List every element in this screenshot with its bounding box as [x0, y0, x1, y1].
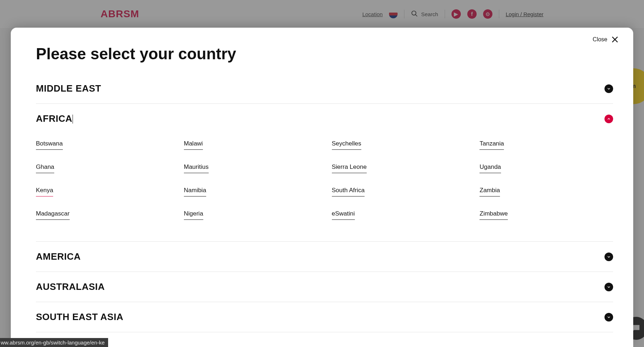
chevron-down-icon — [604, 313, 613, 321]
country-south-africa[interactable]: South Africa — [332, 187, 365, 196]
close-icon — [611, 36, 619, 43]
country-ghana[interactable]: Ghana — [36, 163, 54, 173]
country-sierra-leone[interactable]: Sierra Leone — [332, 163, 367, 173]
country-select-modal: Close Please select your country MIDDLE … — [11, 28, 633, 347]
country-mauritius[interactable]: Mauritius — [184, 163, 209, 173]
chevron-down-icon — [604, 84, 613, 93]
close-label: Close — [593, 36, 607, 43]
region-title: SOUTH EAST ASIA — [36, 311, 123, 323]
region-toggle-america[interactable]: AMERICA — [36, 242, 613, 272]
country-kenya[interactable]: Kenya — [36, 187, 53, 196]
country-zambia[interactable]: Zambia — [479, 187, 500, 196]
region-toggle-africa[interactable]: AFRICA — [36, 104, 613, 134]
country-seychelles[interactable]: Seychelles — [332, 140, 361, 150]
region-title: AUSTRALASIA — [36, 281, 105, 292]
region-america: AMERICA — [36, 242, 613, 272]
country-grid-africa: Botswana Malawi Seychelles Tanzania Ghan… — [36, 134, 613, 241]
country-madagascar[interactable]: Madagascar — [36, 210, 70, 220]
country-zimbabwe[interactable]: Zimbabwe — [479, 210, 508, 220]
country-eswatini[interactable]: eSwatini — [332, 210, 355, 220]
chevron-down-icon — [604, 283, 613, 291]
region-title: AFRICA — [36, 113, 72, 124]
region-title: MIDDLE EAST — [36, 83, 101, 94]
region-toggle-south-east-asia[interactable]: SOUTH EAST ASIA — [36, 302, 613, 332]
region-title: AMERICA — [36, 251, 81, 262]
country-namibia[interactable]: Namibia — [184, 187, 206, 196]
region-africa: AFRICA Botswana Malawi Seychelles Tanzan… — [36, 104, 613, 242]
region-south-east-asia: SOUTH EAST ASIA — [36, 302, 613, 332]
region-toggle-middle-east[interactable]: MIDDLE EAST — [36, 74, 613, 103]
country-nigeria[interactable]: Nigeria — [184, 210, 203, 220]
modal-title: Please select your country — [11, 38, 633, 74]
close-button[interactable]: Close — [593, 36, 619, 43]
modal-scroll-area[interactable]: MIDDLE EAST AFRICA Botswana Malawi Seych… — [11, 74, 633, 347]
country-uganda[interactable]: Uganda — [479, 163, 501, 173]
country-botswana[interactable]: Botswana — [36, 140, 63, 150]
region-australasia: AUSTRALASIA — [36, 272, 613, 302]
chevron-up-icon — [604, 115, 613, 123]
region-toggle-australasia[interactable]: AUSTRALASIA — [36, 272, 613, 302]
browser-status-bar: ww.abrsm.org/en-gb/switch-language/en-ke — [0, 338, 108, 347]
chevron-down-icon — [604, 253, 613, 261]
region-middle-east: MIDDLE EAST — [36, 74, 613, 104]
country-tanzania[interactable]: Tanzania — [479, 140, 504, 150]
country-malawi[interactable]: Malawi — [184, 140, 203, 150]
